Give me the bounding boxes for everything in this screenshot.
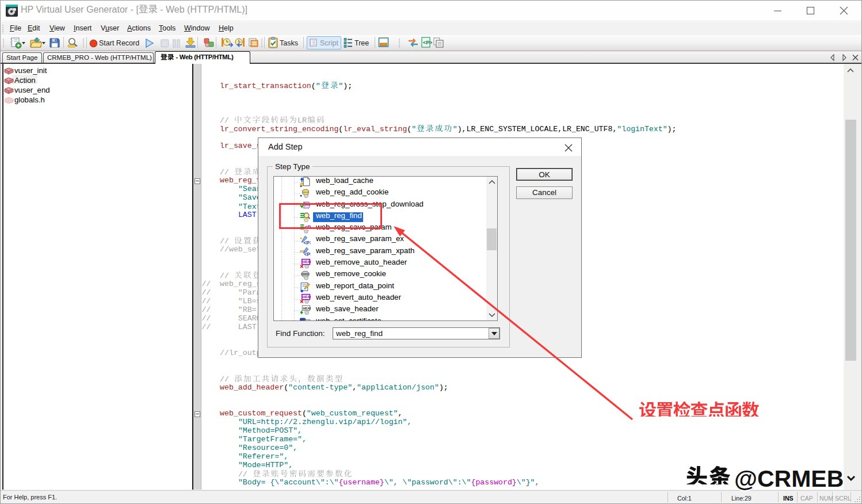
- svg-text:@CRMEB: @CRMEB: [734, 465, 844, 491]
- svg-text:<P>: <P>: [303, 240, 311, 246]
- svg-text:HEAD: HEAD: [303, 295, 311, 299]
- svg-text:HEAD: HEAD: [303, 260, 311, 264]
- svg-text:<P>: <P>: [304, 251, 311, 257]
- svg-text:HEAD: HEAD: [303, 307, 311, 310]
- svg-text:<P>: <P>: [423, 40, 432, 45]
